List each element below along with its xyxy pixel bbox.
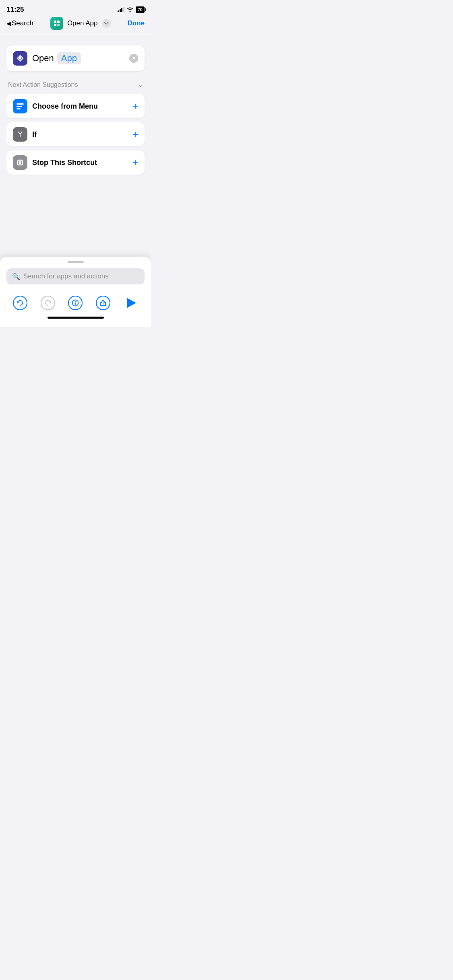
section-chevron-icon[interactable]: ⌄ bbox=[138, 81, 143, 89]
suggestion-stop-shortcut[interactable]: Stop This Shortcut + bbox=[6, 150, 145, 175]
undo-button[interactable] bbox=[11, 294, 29, 312]
svg-rect-0 bbox=[54, 21, 56, 23]
action-text: Open App bbox=[32, 52, 124, 64]
done-button[interactable]: Done bbox=[128, 19, 145, 27]
stop-shortcut-icon bbox=[13, 155, 27, 170]
info-circle bbox=[68, 296, 83, 310]
dropdown-button[interactable] bbox=[102, 19, 111, 28]
if-label: If bbox=[32, 130, 128, 139]
back-label: Search bbox=[12, 19, 33, 27]
section-header: Next Action Suggestions ⌄ bbox=[6, 81, 145, 89]
share-circle bbox=[96, 296, 110, 310]
signal-icon bbox=[118, 7, 124, 12]
open-label: Open bbox=[32, 53, 54, 64]
svg-point-4 bbox=[19, 57, 21, 60]
app-icon bbox=[50, 17, 63, 30]
search-icon: 🔍 bbox=[12, 273, 20, 280]
info-button[interactable] bbox=[66, 294, 84, 312]
svg-rect-6 bbox=[17, 106, 22, 107]
svg-point-11 bbox=[75, 301, 76, 302]
sheet-handle bbox=[68, 261, 84, 263]
search-input[interactable]: Search for apps and actions bbox=[23, 272, 109, 280]
svg-rect-5 bbox=[17, 103, 24, 105]
action-card: Open App ✕ bbox=[6, 45, 145, 71]
svg-rect-9 bbox=[19, 161, 21, 164]
choose-from-menu-icon bbox=[13, 99, 27, 113]
stop-shortcut-label: Stop This Shortcut bbox=[32, 159, 128, 167]
app-token[interactable]: App bbox=[57, 52, 81, 64]
choose-from-menu-add-button[interactable]: + bbox=[132, 101, 138, 111]
stop-shortcut-add-button[interactable]: + bbox=[132, 158, 138, 167]
redo-circle bbox=[41, 296, 55, 310]
play-icon bbox=[127, 298, 136, 308]
main-content: Open App ✕ Next Action Suggestions ⌄ Cho… bbox=[0, 34, 151, 175]
nav-title-text: Open App bbox=[67, 19, 98, 27]
share-button[interactable] bbox=[94, 294, 112, 312]
if-icon bbox=[13, 127, 27, 142]
suggestion-if[interactable]: If + bbox=[6, 122, 145, 146]
undo-circle bbox=[13, 296, 27, 310]
if-add-button[interactable]: + bbox=[132, 130, 138, 139]
svg-rect-2 bbox=[57, 21, 60, 23]
svg-rect-3 bbox=[57, 24, 60, 26]
bottom-sheet: 🔍 Search for apps and actions bbox=[0, 257, 151, 327]
redo-button[interactable] bbox=[39, 294, 57, 312]
toolbar bbox=[6, 291, 145, 314]
run-button[interactable] bbox=[122, 294, 140, 312]
battery-icon: 70 bbox=[136, 6, 145, 13]
search-bar[interactable]: 🔍 Search for apps and actions bbox=[6, 268, 145, 284]
status-icons: 70 bbox=[118, 6, 145, 13]
section-title: Next Action Suggestions bbox=[8, 81, 78, 89]
svg-rect-7 bbox=[17, 108, 21, 109]
nav-bar: ◀ Search Open App Done bbox=[0, 15, 151, 34]
choose-from-menu-label: Choose from Menu bbox=[32, 102, 128, 111]
status-bar: 11:25 70 bbox=[0, 0, 151, 15]
status-time: 11:25 bbox=[6, 6, 24, 14]
wifi-icon bbox=[127, 6, 133, 13]
back-chevron-icon: ◀ bbox=[6, 20, 11, 27]
clear-button[interactable]: ✕ bbox=[129, 54, 138, 63]
back-button[interactable]: ◀ Search bbox=[6, 19, 33, 27]
nav-title: Open App bbox=[50, 17, 111, 30]
home-indicator bbox=[48, 317, 104, 319]
suggestion-choose-from-menu[interactable]: Choose from Menu + bbox=[6, 94, 145, 118]
action-card-icon bbox=[13, 51, 27, 66]
svg-rect-1 bbox=[54, 24, 56, 26]
